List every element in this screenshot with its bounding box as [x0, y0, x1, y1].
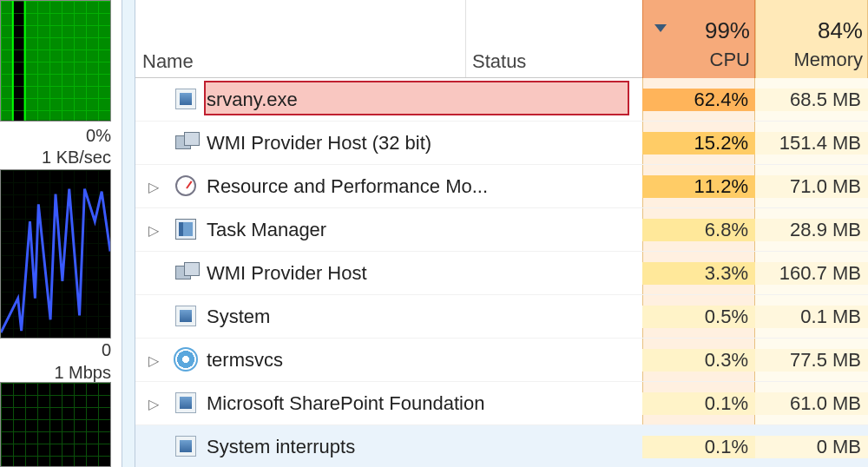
cpu-cell: 0.5% [642, 306, 755, 328]
cpu-cell: 0.1% [642, 392, 755, 415]
mem-cell: 68.5 MB [755, 89, 868, 111]
table-row[interactable]: ▷termsvcs0.3%77.5 MB [135, 339, 868, 382]
table-row[interactable]: WMI Provider Host (32 bit)15.2%151.4 MB [135, 122, 868, 165]
process-name: System interrupts [207, 436, 355, 458]
process-icon [175, 132, 196, 153]
cpu-cell: 0.3% [642, 349, 755, 372]
net-line-icon [1, 170, 110, 337]
process-name: WMI Provider Host [207, 262, 367, 285]
net-scale-label: 1 KB/sec [42, 148, 111, 168]
disk-mini-graph[interactable] [0, 382, 111, 467]
cpu-cell: 62.4% [642, 89, 755, 111]
process-icon [175, 392, 196, 413]
col-memory[interactable]: Memory [755, 49, 863, 71]
mem-cell: 77.5 MB [755, 349, 868, 372]
mem-cell: 71.0 MB [755, 175, 868, 198]
cpu-mini-graph[interactable] [0, 0, 111, 122]
cpu-cell: 3.3% [642, 262, 755, 285]
cpu-scale-label: 0% [86, 126, 111, 146]
cpu-total: 99% [642, 17, 750, 44]
process-icon [175, 89, 196, 109]
process-icon [175, 436, 196, 457]
process-name: Resource and Performance Mo... [207, 175, 488, 198]
cpu-cell: 11.2% [642, 175, 755, 198]
table-header: Name Status 99% 84% CPU Memory [135, 0, 868, 78]
cpu-cell: 0.1% [642, 436, 755, 458]
mem-cell: 28.9 MB [755, 219, 868, 241]
process-icon [175, 262, 196, 283]
col-status[interactable]: Status [472, 50, 526, 73]
table-row[interactable]: ▷Microsoft SharePoint Foundation0.1%61.0… [135, 382, 868, 425]
table-row[interactable]: System0.5%0.1 MB [135, 295, 868, 339]
splitter-handle[interactable] [122, 0, 135, 467]
cpu-cell: 15.2% [642, 132, 755, 155]
col-cpu[interactable]: CPU [642, 49, 750, 71]
process-name: System [207, 306, 270, 328]
process-name: termsvcs [207, 349, 283, 372]
mem-cell: 0 MB [755, 436, 868, 458]
column-divider [465, 0, 466, 77]
expand-icon[interactable]: ▷ [148, 179, 160, 191]
disk-zero-label: 0 [102, 340, 111, 360]
mem-cell: 151.4 MB [755, 132, 868, 155]
process-name: Microsoft SharePoint Foundation [207, 392, 484, 415]
mem-cell: 0.1 MB [755, 306, 868, 328]
expand-icon[interactable]: ▷ [148, 222, 160, 234]
mem-cell: 61.0 MB [755, 392, 868, 415]
table-row[interactable]: System interrupts0.1%0 MB [135, 425, 868, 467]
mem-total: 84% [755, 17, 863, 44]
table-row[interactable]: ▷Task Manager6.8%28.9 MB [135, 208, 868, 252]
cpu-line-icon [1, 1, 110, 121]
process-name: Task Manager [207, 219, 326, 241]
process-icon [175, 219, 196, 240]
process-icon [175, 306, 196, 326]
mem-cell: 160.7 MB [755, 262, 868, 285]
network-mini-graph[interactable] [0, 169, 111, 339]
expand-icon[interactable]: ▷ [148, 352, 160, 365]
disk-scale-label: 1 Mbps [54, 363, 111, 383]
table-row[interactable]: srvany.exe62.4%68.5 MB [135, 78, 868, 122]
process-rows: srvany.exe62.4%68.5 MBWMI Provider Host … [135, 78, 868, 467]
perf-sidebar: 0% 1 KB/sec 0 1 Mbps [0, 0, 122, 467]
table-row[interactable]: ▷Resource and Performance Mo...11.2%71.0… [135, 165, 868, 208]
cpu-cell: 6.8% [642, 219, 755, 241]
process-icon [175, 349, 196, 370]
process-table: Name Status 99% 84% CPU Memory srvany.ex… [135, 0, 868, 467]
process-name: srvany.exe [207, 89, 298, 111]
process-name: WMI Provider Host (32 bit) [207, 132, 431, 155]
col-name[interactable]: Name [142, 50, 194, 73]
expand-icon[interactable]: ▷ [148, 396, 160, 408]
process-icon [175, 175, 196, 196]
table-row[interactable]: WMI Provider Host3.3%160.7 MB [135, 252, 868, 295]
